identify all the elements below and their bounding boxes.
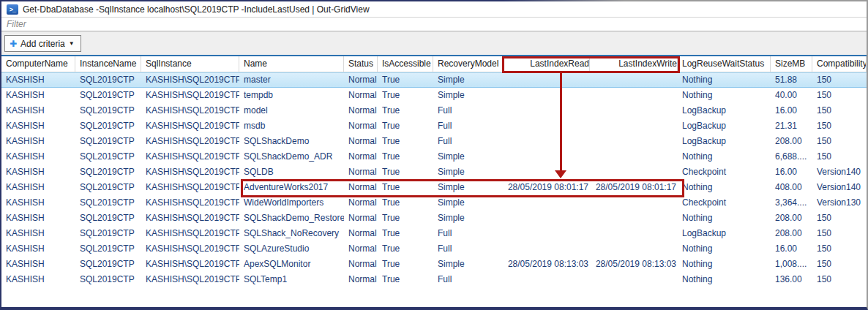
cell-Name: SQLDB (239, 165, 344, 180)
table-row[interactable]: KASHISHSQL2019CTPKASHISH\SQL2019CTPApexS… (1, 257, 867, 272)
grid-header: ComputerNameInstanceNameSqlInstanceNameS… (1, 56, 867, 72)
criteria-bar: ✚ Add criteria ▼ (1, 31, 867, 55)
cell-Name: SQLAzureStudio (239, 241, 344, 257)
cell-InstanceName: SQL2019CTP (75, 257, 141, 272)
cell-LogReuseWaitStatus: LogBackup (678, 103, 771, 118)
cell-Status: Normal (344, 165, 378, 180)
cell-Name: SQLShackDemo (239, 134, 344, 149)
cell-ComputerName: KASHISH (1, 211, 75, 226)
add-criteria-button[interactable]: ✚ Add criteria ▼ (4, 35, 81, 52)
column-header-RecoveryModel[interactable]: RecoveryModel (433, 56, 503, 72)
table-row[interactable]: KASHISHSQL2019CTPKASHISH\SQL2019CTPmaste… (1, 72, 867, 88)
cell-Name: tempdb (239, 88, 344, 103)
cell-RecoveryModel: Simple (433, 180, 503, 195)
cell-Compatibility: 150 (812, 272, 867, 287)
cell-RecoveryModel: Simple (433, 149, 503, 165)
cell-Name: SQLShackDemo_Restore (239, 211, 344, 226)
cell-ComputerName: KASHISH (1, 134, 75, 149)
cell-IsAccessible: True (378, 149, 433, 165)
cell-SizeMB: 408.00 (771, 180, 812, 195)
cell-IsAccessible: True (378, 72, 433, 88)
table-row[interactable]: KASHISHSQL2019CTPKASHISH\SQL2019CTPmsdbN… (1, 118, 867, 134)
cell-LastIndexRead (503, 165, 590, 180)
cell-IsAccessible: True (378, 88, 433, 103)
data-grid: ComputerNameInstanceNameSqlInstanceNameS… (1, 56, 867, 287)
cell-SqlInstance: KASHISH\SQL2019CTP (141, 180, 239, 195)
table-row[interactable]: KASHISHSQL2019CTPKASHISH\SQL2019CTPSQLSh… (1, 134, 867, 149)
cell-Name: WideWorldImporters (239, 195, 344, 211)
cell-Compatibility: 150 (812, 241, 867, 257)
cell-Compatibility: 150 (812, 103, 867, 118)
cell-Compatibility: 150 (812, 149, 867, 165)
cell-LastIndexRead (503, 134, 590, 149)
column-header-Name[interactable]: Name (239, 56, 344, 72)
out-gridview-window: >_ Get-DbaDatabase -SqlInstance localhos… (0, 0, 868, 310)
table-row[interactable]: KASHISHSQL2019CTPKASHISH\SQL2019CTPWideW… (1, 195, 867, 211)
cell-Compatibility: 150 (812, 211, 867, 226)
table-row[interactable]: KASHISHSQL2019CTPKASHISH\SQL2019CTPAdven… (1, 180, 867, 195)
cell-IsAccessible: True (378, 165, 433, 180)
table-row[interactable]: KASHISHSQL2019CTPKASHISH\SQL2019CTPSQLSh… (1, 226, 867, 241)
cell-Status: Normal (344, 118, 378, 134)
filter-row (1, 18, 867, 31)
column-header-LastIndexWrite[interactable]: LastIndexWrite (590, 56, 678, 72)
cell-ComputerName: KASHISH (1, 118, 75, 134)
cell-LastIndexRead (503, 88, 590, 103)
cell-SqlInstance: KASHISH\SQL2019CTP (141, 149, 239, 165)
cell-SqlInstance: KASHISH\SQL2019CTP (141, 257, 239, 272)
table-row[interactable]: KASHISHSQL2019CTPKASHISH\SQL2019CTPSQLSh… (1, 211, 867, 226)
cell-LogReuseWaitStatus: Checkpoint (678, 165, 771, 180)
table-row[interactable]: KASHISHSQL2019CTPKASHISH\SQL2019CTPSQLDB… (1, 165, 867, 180)
column-header-Compatibility[interactable]: Compatibility (812, 56, 867, 72)
cell-Name: master (239, 72, 344, 88)
cell-IsAccessible: True (378, 195, 433, 211)
cell-Compatibility: Version130 (812, 195, 867, 211)
column-header-InstanceName[interactable]: InstanceName (75, 56, 141, 72)
cell-LogReuseWaitStatus: Nothing (678, 72, 771, 88)
cell-LastIndexWrite (590, 241, 678, 257)
cell-RecoveryModel: Simple (433, 72, 503, 88)
cell-Status: Normal (344, 149, 378, 165)
cell-SqlInstance: KASHISH\SQL2019CTP (141, 226, 239, 241)
cell-Status: Normal (344, 226, 378, 241)
column-header-SqlInstance[interactable]: SqlInstance (141, 56, 239, 72)
cell-SizeMB: 208.00 (771, 134, 812, 149)
cell-Compatibility: 150 (812, 72, 867, 88)
table-row[interactable]: KASHISHSQL2019CTPKASHISH\SQL2019CTPSQLTe… (1, 272, 867, 287)
cell-SizeMB: 136.00 (771, 272, 812, 287)
filter-input[interactable] (1, 18, 867, 31)
cell-LastIndexWrite (590, 88, 678, 103)
cell-LogReuseWaitStatus: Nothing (678, 211, 771, 226)
cell-Compatibility: 150 (812, 88, 867, 103)
cell-ComputerName: KASHISH (1, 180, 75, 195)
column-header-ComputerName[interactable]: ComputerName (1, 56, 75, 72)
column-header-SizeMB[interactable]: SizeMB (771, 56, 812, 72)
cell-SqlInstance: KASHISH\SQL2019CTP (141, 211, 239, 226)
column-header-Status[interactable]: Status (344, 56, 378, 72)
cell-SizeMB: 208.00 (771, 211, 812, 226)
titlebar[interactable]: >_ Get-DbaDatabase -SqlInstance localhos… (1, 0, 867, 18)
cell-InstanceName: SQL2019CTP (75, 241, 141, 257)
cell-SizeMB: 16.00 (771, 241, 812, 257)
plus-icon: ✚ (10, 39, 17, 49)
grid-body: KASHISHSQL2019CTPKASHISH\SQL2019CTPmaste… (1, 72, 867, 287)
cell-LastIndexWrite (590, 103, 678, 118)
cell-Name: SQLTemp1 (239, 272, 344, 287)
cell-IsAccessible: True (378, 118, 433, 134)
table-row[interactable]: KASHISHSQL2019CTPKASHISH\SQL2019CTPSQLAz… (1, 241, 867, 257)
cell-InstanceName: SQL2019CTP (75, 103, 141, 118)
table-row[interactable]: KASHISHSQL2019CTPKASHISH\SQL2019CTPmodel… (1, 103, 867, 118)
cell-InstanceName: SQL2019CTP (75, 211, 141, 226)
cell-RecoveryModel: Full (433, 226, 503, 241)
cell-LastIndexRead (503, 226, 590, 241)
column-header-IsAccessible[interactable]: IsAccessible (378, 56, 433, 72)
cell-LogReuseWaitStatus: Nothing (678, 241, 771, 257)
column-header-LogReuseWaitStatus[interactable]: LogReuseWaitStatus (678, 56, 771, 72)
cell-LastIndexRead (503, 272, 590, 287)
column-header-LastIndexRead[interactable]: LastIndexRead (503, 56, 590, 72)
cell-Compatibility: 150 (812, 118, 867, 134)
table-row[interactable]: KASHISHSQL2019CTPKASHISH\SQL2019CTPtempd… (1, 88, 867, 103)
cell-Status: Normal (344, 88, 378, 103)
cell-SizeMB: 40.00 (771, 88, 812, 103)
table-row[interactable]: KASHISHSQL2019CTPKASHISH\SQL2019CTPSQLSh… (1, 149, 867, 165)
